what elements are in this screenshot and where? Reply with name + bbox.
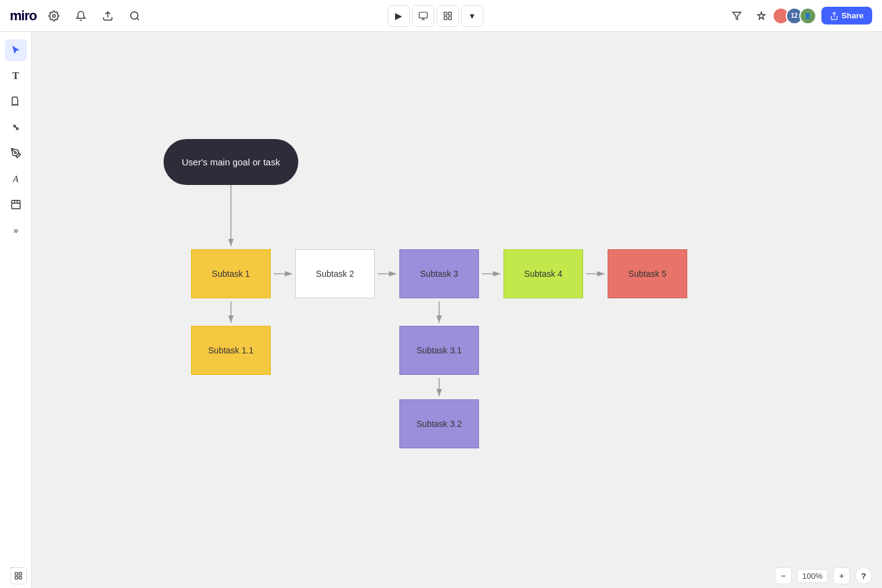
dropdown-button[interactable]: ▾ xyxy=(461,5,483,27)
present-button[interactable] xyxy=(412,5,434,27)
zoom-out-button[interactable]: − xyxy=(775,567,792,584)
tool-select[interactable] xyxy=(5,39,27,61)
board-overview-button[interactable] xyxy=(10,567,27,584)
svg-rect-28 xyxy=(15,573,18,575)
bottom-left xyxy=(10,567,27,584)
topbar-right: 12 👤 Share xyxy=(727,6,872,26)
tool-sticky[interactable] xyxy=(5,91,27,113)
tool-text-style[interactable]: A xyxy=(5,168,27,190)
diagram: User's main goal or task Subtask 1 Subta… xyxy=(32,32,882,588)
search-icon[interactable] xyxy=(125,6,145,26)
svg-point-11 xyxy=(13,125,15,127)
svg-rect-8 xyxy=(449,17,452,20)
node-subtask32[interactable]: Subtask 3.2 xyxy=(399,399,479,448)
svg-point-14 xyxy=(14,152,16,154)
left-sidebar: T A » xyxy=(0,32,32,588)
avatar-group: 12 👤 xyxy=(776,7,816,24)
node-subtask11[interactable]: Subtask 1.1 xyxy=(191,326,271,375)
avatar-2: 👤 xyxy=(799,7,816,24)
svg-marker-9 xyxy=(733,12,741,20)
svg-rect-7 xyxy=(444,17,447,20)
share-button[interactable]: Share xyxy=(821,7,872,24)
svg-point-2 xyxy=(130,12,138,19)
svg-rect-4 xyxy=(420,12,428,18)
svg-line-3 xyxy=(137,18,138,20)
svg-rect-31 xyxy=(19,576,21,579)
upload-icon[interactable] xyxy=(98,6,118,26)
topbar-center: ▶ ▾ xyxy=(388,5,483,27)
svg-line-13 xyxy=(15,127,16,128)
tool-more[interactable]: » xyxy=(5,219,27,241)
canvas[interactable]: User's main goal or task Subtask 1 Subta… xyxy=(32,32,882,588)
miro-logo: miro xyxy=(10,8,37,24)
node-subtask31[interactable]: Subtask 3.1 xyxy=(399,326,479,375)
play-button[interactable]: ▶ xyxy=(388,5,410,27)
zoom-in-button[interactable]: + xyxy=(833,567,850,584)
tool-frame[interactable] xyxy=(5,194,27,216)
node-subtask5[interactable]: Subtask 5 xyxy=(608,249,687,298)
tool-connect[interactable] xyxy=(5,116,27,138)
svg-rect-15 xyxy=(12,200,20,209)
filter-icon[interactable] xyxy=(727,6,747,26)
svg-rect-6 xyxy=(449,12,452,15)
svg-point-12 xyxy=(16,128,18,130)
node-subtask3[interactable]: Subtask 3 xyxy=(399,249,479,298)
svg-rect-5 xyxy=(444,12,447,15)
help-button[interactable]: ? xyxy=(855,567,872,584)
node-subtask2[interactable]: Subtask 2 xyxy=(295,249,375,298)
settings-icon[interactable] xyxy=(44,6,64,26)
topbar: miro ▶ ▾ 12 xyxy=(0,0,882,32)
zoom-level-label: 100% xyxy=(797,569,828,583)
magic-icon[interactable] xyxy=(752,6,771,26)
grid-button[interactable] xyxy=(437,5,459,27)
tool-pen[interactable] xyxy=(5,142,27,164)
bottom-right: − 100% + ? xyxy=(775,567,872,584)
svg-rect-29 xyxy=(19,573,21,575)
node-main-goal[interactable]: User's main goal or task xyxy=(164,139,298,185)
node-subtask1[interactable]: Subtask 1 xyxy=(191,249,271,298)
topbar-left: miro xyxy=(10,6,145,26)
notifications-icon[interactable] xyxy=(71,6,91,26)
tool-text[interactable]: T xyxy=(5,65,27,87)
svg-rect-30 xyxy=(15,576,18,579)
arrows-overlay xyxy=(32,32,882,588)
svg-point-0 xyxy=(52,14,55,17)
node-subtask4[interactable]: Subtask 4 xyxy=(503,249,583,298)
